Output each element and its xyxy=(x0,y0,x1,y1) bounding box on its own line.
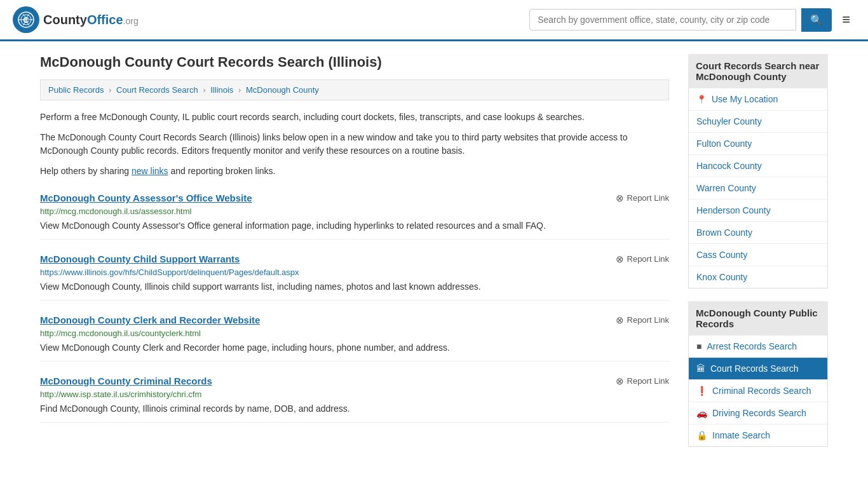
logo-icon: C xyxy=(13,6,39,33)
logo-text: CountyOffice.org xyxy=(43,13,139,27)
public-record-label-1: Court Records Search xyxy=(710,363,799,374)
nearby-county-item[interactable]: Brown County xyxy=(689,222,827,244)
record-title-0[interactable]: McDonough County Assessor's Office Websi… xyxy=(40,193,252,203)
nearby-header: Court Records Search near McDonough Coun… xyxy=(688,54,828,88)
nearby-county-item[interactable]: Hancock County xyxy=(689,155,827,177)
record-desc-3: Find McDonough County, Illinois criminal… xyxy=(40,402,669,416)
content-area: McDonough County Court Records Search (I… xyxy=(40,54,669,459)
nearby-section: Court Records Search near McDonough Coun… xyxy=(688,54,828,288)
public-record-link-4[interactable]: 🔒 Inmate Search xyxy=(689,424,827,446)
nearby-county-item[interactable]: Fulton County xyxy=(689,133,827,155)
records-list: McDonough County Assessor's Office Websi… xyxy=(40,193,669,423)
report-icon-0: ⊗ xyxy=(616,193,624,204)
record-url-2[interactable]: http://mcg.mcdonough.il.us/countyclerk.h… xyxy=(40,329,669,338)
record-url-1[interactable]: https://www.illinois.gov/hfs/ChildSuppor… xyxy=(40,268,669,277)
public-record-label-4: Inmate Search xyxy=(712,430,770,440)
record-item: McDonough County Assessor's Office Websi… xyxy=(40,193,669,240)
public-record-label-0: Arrest Records Search xyxy=(707,341,797,351)
record-header-1: McDonough County Child Support Warrants … xyxy=(40,254,669,265)
record-desc-0: View McDonough County Assessor's Office … xyxy=(40,219,669,233)
nearby-county-link-1[interactable]: Fulton County xyxy=(689,133,827,154)
public-record-icon-1: 🏛 xyxy=(696,363,705,374)
public-record-item[interactable]: 🚗 Driving Records Search xyxy=(689,402,827,424)
new-links-link[interactable]: new links xyxy=(132,166,168,176)
public-record-icon-4: 🔒 xyxy=(696,430,707,440)
report-icon-2: ⊗ xyxy=(616,315,624,326)
nearby-county-item[interactable]: Warren County xyxy=(689,177,827,200)
breadcrumb-illinois[interactable]: Illinois xyxy=(210,85,233,95)
sidebar: Court Records Search near McDonough Coun… xyxy=(688,54,828,459)
nearby-county-item[interactable]: Henderson County xyxy=(689,200,827,222)
nearby-county-label-2: Hancock County xyxy=(696,161,762,171)
nearby-county-label-3: Warren County xyxy=(696,183,756,193)
logo-area: C CountyOffice.org xyxy=(13,6,139,33)
nearby-county-link-4[interactable]: Henderson County xyxy=(689,200,827,221)
report-link-0[interactable]: ⊗ Report Link xyxy=(616,193,669,204)
record-url-3[interactable]: http://www.isp.state.il.us/crimhistory/c… xyxy=(40,390,669,399)
nearby-county-label-4: Henderson County xyxy=(696,205,771,215)
intro-paragraph-3: Help others by sharing new links and rep… xyxy=(40,165,669,179)
search-input[interactable] xyxy=(529,9,796,30)
public-record-icon-3: 🚗 xyxy=(696,408,707,418)
search-area: 🔍 ≡ xyxy=(529,8,855,32)
public-record-label-2: Criminal Records Search xyxy=(712,386,811,396)
report-icon-3: ⊗ xyxy=(616,376,624,387)
public-record-item[interactable]: 🏛 Court Records Search xyxy=(689,358,827,380)
report-link-1[interactable]: ⊗ Report Link xyxy=(616,254,669,265)
use-location-link[interactable]: 📍 Use My Location xyxy=(689,88,827,110)
report-link-3[interactable]: ⊗ Report Link xyxy=(616,376,669,387)
breadcrumb-court-records[interactable]: Court Records Search xyxy=(116,85,198,95)
public-records-list: ■ Arrest Records Search 🏛 Court Records … xyxy=(688,336,828,447)
record-header-3: McDonough County Criminal Records ⊗ Repo… xyxy=(40,376,669,387)
nearby-county-link-7[interactable]: Knox County xyxy=(689,266,827,288)
search-button[interactable]: 🔍 xyxy=(801,8,832,32)
nearby-county-label-1: Fulton County xyxy=(696,139,752,149)
intro-paragraph-2: The McDonough County Court Records Searc… xyxy=(40,131,669,158)
use-location-item[interactable]: 📍 Use My Location xyxy=(689,88,827,111)
menu-button[interactable]: ≡ xyxy=(837,9,855,30)
intro-paragraph-1: Perform a free McDonough County, IL publ… xyxy=(40,111,669,125)
public-record-item[interactable]: ■ Arrest Records Search xyxy=(689,336,827,358)
nearby-county-item[interactable]: Schuyler County xyxy=(689,111,827,133)
nearby-county-item[interactable]: Knox County xyxy=(689,266,827,288)
report-label-2: Report Link xyxy=(627,315,669,325)
nearby-county-label-7: Knox County xyxy=(696,272,747,282)
public-record-link-1[interactable]: 🏛 Court Records Search xyxy=(689,358,827,379)
report-label-1: Report Link xyxy=(627,254,669,264)
record-url-0[interactable]: http://mcg.mcdonough.il.us/assessor.html xyxy=(40,207,669,216)
breadcrumb-public-records[interactable]: Public Records xyxy=(48,85,104,95)
public-record-label-3: Driving Records Search xyxy=(712,408,806,418)
report-label-3: Report Link xyxy=(627,376,669,386)
use-location-label: Use My Location xyxy=(712,94,778,104)
record-title-1[interactable]: McDonough County Child Support Warrants xyxy=(40,254,240,264)
search-icon: 🔍 xyxy=(810,15,823,25)
record-item: McDonough County Clerk and Recorder Webs… xyxy=(40,315,669,362)
public-record-item[interactable]: 🔒 Inmate Search xyxy=(689,424,827,446)
nearby-county-link-5[interactable]: Brown County xyxy=(689,222,827,243)
report-link-2[interactable]: ⊗ Report Link xyxy=(616,315,669,326)
record-desc-2: View McDonough County Clerk and Recorder… xyxy=(40,341,669,355)
nearby-county-link-3[interactable]: Warren County xyxy=(689,177,827,199)
main-content: McDonough County Court Records Search (I… xyxy=(27,41,841,472)
record-title-2[interactable]: McDonough County Clerk and Recorder Webs… xyxy=(40,315,260,325)
nearby-county-label-0: Schuyler County xyxy=(696,116,762,126)
record-header-2: McDonough County Clerk and Recorder Webs… xyxy=(40,315,669,326)
breadcrumb-mcdonough[interactable]: McDonough County xyxy=(246,85,319,95)
report-icon-1: ⊗ xyxy=(616,254,624,265)
public-record-icon-0: ■ xyxy=(696,341,702,351)
nearby-county-link-6[interactable]: Cass County xyxy=(689,244,827,266)
record-desc-1: View McDonough County, Illinois child su… xyxy=(40,280,669,294)
record-header-0: McDonough County Assessor's Office Websi… xyxy=(40,193,669,204)
public-record-link-3[interactable]: 🚗 Driving Records Search xyxy=(689,402,827,424)
record-title-3[interactable]: McDonough County Criminal Records xyxy=(40,376,212,386)
public-record-link-2[interactable]: ❗ Criminal Records Search xyxy=(689,380,827,402)
nearby-county-item[interactable]: Cass County xyxy=(689,244,827,266)
public-record-link-0[interactable]: ■ Arrest Records Search xyxy=(689,336,827,357)
public-record-item[interactable]: ❗ Criminal Records Search xyxy=(689,380,827,402)
nearby-county-label-6: Cass County xyxy=(696,250,747,260)
page-title: McDonough County Court Records Search (I… xyxy=(40,54,669,71)
nearby-county-link-0[interactable]: Schuyler County xyxy=(689,111,827,132)
nearby-county-link-2[interactable]: Hancock County xyxy=(689,155,827,177)
public-record-icon-2: ❗ xyxy=(696,386,707,396)
nearby-county-list: 📍 Use My Location Schuyler CountyFulton … xyxy=(688,88,828,288)
